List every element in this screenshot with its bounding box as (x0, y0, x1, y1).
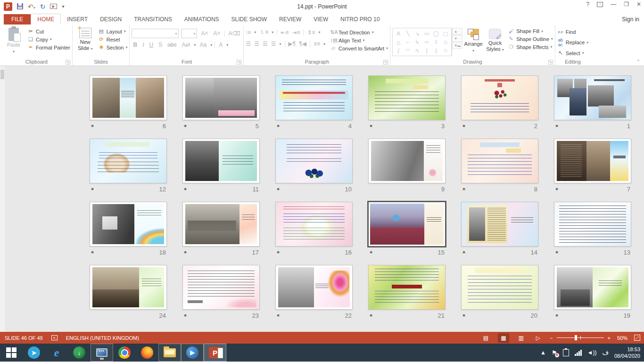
shape-icon[interactable]: } (431, 46, 441, 55)
slide-thumbnail-10[interactable] (275, 139, 353, 183)
tab-design[interactable]: DESIGN (94, 14, 128, 25)
slide-thumbnail-5[interactable] (182, 75, 260, 120)
slide-thumbnail-13[interactable] (554, 202, 631, 247)
cut-button[interactable]: ✂Cut (27, 28, 70, 34)
taskbar-clock[interactable]: 18:53 08/04/2020 (614, 346, 642, 360)
shape-icon[interactable]: { (422, 46, 431, 55)
language-indicator[interactable]: ENGLISH (UNITED KINGDOM) (66, 335, 139, 341)
shape-icon[interactable]: ⇨ (422, 38, 431, 46)
restore-icon[interactable]: ❐ (624, 1, 629, 8)
power-battery-icon[interactable] (563, 349, 569, 356)
slide-thumbnail-20[interactable] (461, 265, 538, 310)
slide-thumbnail-7[interactable] (554, 139, 631, 183)
action-center-flag-icon[interactable]: ⚑✕ (552, 349, 557, 356)
shape-icon[interactable]: ↘ (413, 29, 422, 38)
reading-view-icon[interactable]: ▥ (516, 333, 527, 343)
italic-icon[interactable]: I (141, 41, 145, 48)
slide-thumbnail-12[interactable] (90, 139, 167, 183)
slide-thumbnail-17[interactable] (182, 202, 260, 247)
animation-star-icon[interactable]: ★ (462, 250, 466, 255)
slide-thumbnail-16[interactable] (275, 202, 353, 247)
section-button[interactable]: ✱Section ▾ (98, 44, 128, 50)
animation-star-icon[interactable]: ★ (91, 250, 94, 255)
animation-star-icon[interactable]: ★ (555, 187, 559, 191)
animation-star-icon[interactable]: ★ (369, 250, 373, 255)
animation-star-icon[interactable]: ★ (462, 123, 466, 128)
taskbar-internet-explorer[interactable]: e (45, 344, 68, 362)
grow-font-icon[interactable]: A˄ (199, 30, 209, 37)
zoom-slider[interactable] (557, 337, 604, 338)
slide-thumbnail-23[interactable] (182, 265, 260, 310)
animation-star-icon[interactable]: ★ (276, 250, 280, 255)
slide-sorter-view-icon[interactable]: ▦ (498, 333, 509, 343)
tab-file[interactable]: FILE (4, 14, 31, 25)
paragraph-dialog-launcher-icon[interactable]: ⇘ (383, 60, 388, 65)
taskbar-chrome[interactable] (113, 344, 136, 362)
clear-formatting-icon[interactable]: A⌫ (227, 30, 242, 37)
taskbar-remote-desktop[interactable] (91, 344, 113, 362)
shape-fill-button[interactable]: 🖌Shape Fill ▾ (508, 28, 553, 34)
slide-thumbnail-9[interactable] (368, 139, 446, 183)
shape-icon[interactable]: ╲ (403, 29, 413, 38)
paste-button[interactable]: Paste▾ (3, 26, 25, 54)
taskbar-powerpoint[interactable]: P (204, 344, 226, 362)
columns-icon[interactable]: ≡≡ (314, 41, 320, 47)
slide-thumbnail-18[interactable] (90, 202, 167, 247)
animation-star-icon[interactable]: ★ (555, 250, 559, 255)
animation-star-icon[interactable]: ★ (555, 123, 559, 128)
shape-icon[interactable]: A (394, 29, 403, 38)
slide-thumbnail-3[interactable] (368, 75, 446, 120)
taskbar-media-player[interactable]: ▶ (181, 344, 204, 362)
slide-thumbnail-8[interactable] (461, 139, 538, 183)
text-direction-button[interactable]: ⇅AText Direction ▾ (330, 29, 388, 35)
align-text-button[interactable]: ↕▤Align Text ▾ (330, 37, 388, 43)
help-icon[interactable]: ? (586, 1, 589, 8)
new-slide-button[interactable]: New Slide ▾ (74, 26, 96, 51)
gallery-down-icon[interactable]: ▼ (452, 35, 462, 42)
animation-star-icon[interactable]: ★ (183, 123, 187, 128)
taskbar-download-manager[interactable]: ↓ (68, 344, 91, 362)
minimize-icon[interactable]: — (611, 1, 616, 8)
animation-star-icon[interactable]: ★ (91, 123, 94, 128)
strikethrough-icon[interactable]: abc (166, 41, 178, 48)
tab-view[interactable]: VIEW (307, 14, 334, 25)
taskbar-telegram[interactable]: ➤ (23, 344, 45, 362)
tab-transitions[interactable]: TRANSITIONS (128, 14, 178, 25)
align-right-icon[interactable]: ☰ (263, 41, 268, 47)
format-painter-button[interactable]: ✒Format Painter (27, 44, 70, 50)
animation-star-icon[interactable]: ★ (276, 123, 280, 128)
collapse-ribbon-icon[interactable]: ⌃ (636, 59, 640, 64)
slide-thumbnail-21[interactable] (368, 265, 446, 310)
spellcheck-icon[interactable]: ✕ (51, 335, 58, 340)
select-button[interactable]: ↖Select ▾ (557, 50, 588, 56)
tab-slide-show[interactable]: SLIDE SHOW (225, 14, 273, 25)
start-button[interactable] (0, 344, 23, 362)
slide-thumbnail-22[interactable] (275, 265, 353, 310)
bold-icon[interactable]: B (132, 41, 139, 48)
find-button[interactable]: ⌕⌕Find (557, 29, 588, 35)
zoom-in-icon[interactable]: + (608, 335, 611, 341)
slide-thumbnail-19[interactable] (554, 265, 631, 310)
animation-star-icon[interactable]: ★ (183, 250, 187, 255)
slide-thumbnail-4[interactable] (275, 75, 353, 120)
sign-in-link[interactable]: Sign in (622, 16, 639, 23)
animation-star-icon[interactable]: ★ (462, 187, 466, 191)
animation-star-icon[interactable]: ★ (555, 313, 559, 318)
animation-star-icon[interactable]: ★ (369, 313, 373, 318)
slideshow-view-icon[interactable]: ▷ (533, 333, 543, 343)
ribbon-display-options-icon[interactable]: ↑ (597, 2, 603, 7)
font-size-combo[interactable]: ▾ (181, 29, 197, 38)
font-dialog-launcher-icon[interactable]: ⇘ (237, 60, 241, 65)
drawing-dialog-launcher-icon[interactable]: ⇘ (548, 60, 553, 65)
animation-star-icon[interactable]: ★ (276, 187, 280, 191)
text-shadow-icon[interactable]: S (157, 41, 164, 48)
rtl-direction-icon[interactable]: ¶◀ (299, 41, 306, 47)
animation-star-icon[interactable]: ★ (183, 313, 187, 318)
shape-outline-button[interactable]: ✎Shape Outline ▾ (508, 36, 553, 42)
numbering-icon[interactable]: ⒈≡ (259, 28, 268, 36)
animation-star-icon[interactable]: ★ (276, 313, 280, 318)
gallery-more-icon[interactable]: ▼▬ (452, 42, 462, 49)
slide-thumbnail-24[interactable] (90, 265, 167, 310)
shape-icon[interactable]: △ (394, 38, 403, 46)
animation-star-icon[interactable]: ★ (183, 187, 187, 191)
